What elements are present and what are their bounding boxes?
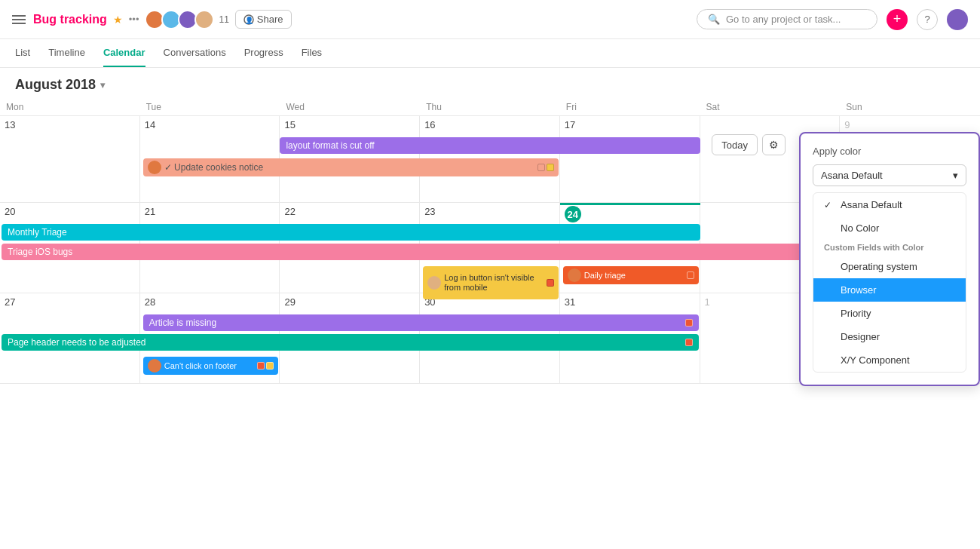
event-square bbox=[537, 164, 545, 171]
filter-button[interactable]: ⚙ bbox=[762, 134, 786, 155]
day-number: 21 bbox=[145, 206, 275, 217]
event-avatar bbox=[148, 161, 161, 174]
avatar[interactable] bbox=[194, 10, 214, 29]
event-layout-format[interactable]: layout format is cut off bbox=[280, 137, 700, 154]
tab-list[interactable]: List bbox=[15, 39, 30, 67]
day-number: 23 bbox=[424, 206, 555, 217]
nav-tabs: List Timeline Calendar Conversations Pro… bbox=[0, 39, 980, 68]
share-icon: 👤 bbox=[243, 14, 254, 25]
event-article-missing[interactable]: Article is missing bbox=[143, 314, 699, 331]
color-menu: ✓ Asana Default No Color Custom Fields w… bbox=[813, 192, 966, 373]
share-button[interactable]: 👤 Share bbox=[235, 10, 292, 29]
tab-progress[interactable]: Progress bbox=[244, 39, 283, 67]
dropdown-item-priority[interactable]: Priority bbox=[813, 302, 966, 325]
event-square bbox=[687, 271, 694, 279]
event-square-yellow bbox=[547, 164, 554, 171]
menu-item-label: X/Y Component bbox=[841, 354, 910, 366]
dropdown-item-asana-default[interactable]: ✓ Asana Default bbox=[813, 193, 966, 216]
event-square-yellow bbox=[266, 362, 274, 370]
day-number: 13 bbox=[5, 119, 135, 130]
color-dropdown-panel: Apply color Asana Default ▾ ✓ Asana Defa… bbox=[799, 132, 980, 386]
event-avatar bbox=[568, 268, 581, 282]
day-header-tue: Tue bbox=[140, 99, 280, 115]
cal-day-13: 13 bbox=[0, 116, 140, 202]
dropdown-item-no-color[interactable]: No Color bbox=[813, 216, 966, 240]
month-title[interactable]: August 2018 ▾ bbox=[15, 77, 105, 93]
day-number: 28 bbox=[145, 296, 275, 308]
project-title[interactable]: Bug tracking bbox=[33, 13, 107, 26]
dropdown-item-browser[interactable]: Browser bbox=[813, 278, 966, 302]
menu-item-label: Asana Default bbox=[841, 199, 902, 210]
dropdown-item-xy-component[interactable]: X/Y Component bbox=[813, 348, 966, 372]
color-select[interactable]: Asana Default ▾ bbox=[813, 164, 966, 186]
apply-color-label: Apply color bbox=[813, 146, 966, 157]
check-icon: ✓ bbox=[824, 200, 836, 210]
event-login-button[interactable]: Log in button isn't visible from mobile bbox=[423, 266, 559, 299]
avatar-count: 11 bbox=[219, 14, 228, 25]
event-page-header[interactable]: Page header needs to be adjusted bbox=[2, 334, 699, 351]
menu-item-label: Browser bbox=[841, 284, 877, 296]
day-number: 9 bbox=[844, 119, 975, 130]
day-header-sun: Sun bbox=[840, 99, 980, 115]
hamburger-button[interactable] bbox=[12, 12, 27, 27]
more-options-icon[interactable]: ••• bbox=[129, 14, 139, 25]
menu-item-label: Priority bbox=[841, 308, 871, 319]
svg-text:👤: 👤 bbox=[244, 16, 253, 25]
tab-files[interactable]: Files bbox=[302, 39, 322, 67]
event-squares bbox=[257, 362, 274, 370]
day-header-sat: Sat bbox=[700, 99, 841, 115]
event-squares bbox=[537, 164, 554, 171]
event-square-red bbox=[547, 279, 554, 287]
tab-timeline[interactable]: Timeline bbox=[48, 39, 85, 67]
day-header-thu: Thu bbox=[420, 99, 560, 115]
event-square-red bbox=[685, 319, 693, 327]
menu-item-label: No Color bbox=[841, 222, 879, 234]
tab-conversations[interactable]: Conversations bbox=[164, 39, 226, 67]
event-avatar bbox=[427, 276, 441, 290]
star-icon[interactable]: ★ bbox=[113, 14, 123, 26]
day-number-today: 24 bbox=[565, 206, 581, 222]
day-number: 15 bbox=[284, 119, 415, 130]
cal-day-17: 17 bbox=[560, 116, 700, 202]
today-indicator bbox=[560, 203, 700, 205]
day-number: 16 bbox=[424, 119, 555, 130]
member-avatars[interactable]: 11 bbox=[145, 10, 228, 29]
event-cant-click[interactable]: Can't click on footer bbox=[143, 357, 279, 375]
share-label: Share bbox=[257, 14, 283, 25]
user-avatar[interactable] bbox=[947, 9, 968, 30]
topbar-left: Bug tracking ★ ••• 11 👤 Share bbox=[12, 10, 697, 29]
event-daily-triage[interactable]: Daily triage bbox=[563, 266, 699, 284]
tab-calendar[interactable]: Calendar bbox=[103, 39, 145, 67]
month-label: August 2018 bbox=[15, 77, 96, 93]
day-number: 29 bbox=[284, 296, 415, 308]
topbar: Bug tracking ★ ••• 11 👤 Share 🔍 Go to an… bbox=[0, 0, 980, 39]
menu-item-label: Operating system bbox=[841, 261, 917, 272]
month-chevron-icon: ▾ bbox=[100, 80, 105, 90]
day-number: 17 bbox=[565, 119, 695, 130]
topbar-right: 🔍 Go to any project or task... + ? bbox=[697, 9, 968, 30]
event-update-cookies[interactable]: ✓ Update cookies notice bbox=[143, 158, 559, 176]
day-header-mon: Mon bbox=[0, 99, 140, 115]
calendar-header: August 2018 ▾ bbox=[0, 68, 980, 99]
day-header-fri: Fri bbox=[560, 99, 700, 115]
help-button[interactable]: ? bbox=[917, 9, 938, 30]
dropdown-section-label: Custom Fields with Color bbox=[813, 240, 966, 255]
chevron-down-icon: ▾ bbox=[953, 170, 958, 181]
event-square-red bbox=[685, 339, 693, 346]
dropdown-item-designer[interactable]: Designer bbox=[813, 325, 966, 348]
day-number: 14 bbox=[145, 119, 275, 130]
search-placeholder: Go to any project or task... bbox=[726, 14, 841, 25]
search-icon: 🔍 bbox=[708, 14, 720, 25]
event-square-red bbox=[257, 362, 265, 370]
today-button[interactable]: Today bbox=[712, 134, 758, 155]
event-avatar bbox=[148, 359, 161, 373]
event-monthly-triage[interactable]: Monthly Triage bbox=[2, 224, 700, 241]
calendar-area: August 2018 ▾ Today ⚙ Mon Tue Wed Thu Fr… bbox=[0, 68, 980, 549]
day-header-wed: Wed bbox=[280, 99, 420, 115]
day-number: 31 bbox=[565, 296, 695, 308]
search-box[interactable]: 🔍 Go to any project or task... bbox=[697, 9, 877, 29]
day-number: 20 bbox=[5, 206, 135, 217]
dropdown-item-operating-system[interactable]: Operating system bbox=[813, 255, 966, 278]
selected-value: Asana Default bbox=[821, 170, 883, 181]
add-button[interactable]: + bbox=[887, 9, 908, 30]
